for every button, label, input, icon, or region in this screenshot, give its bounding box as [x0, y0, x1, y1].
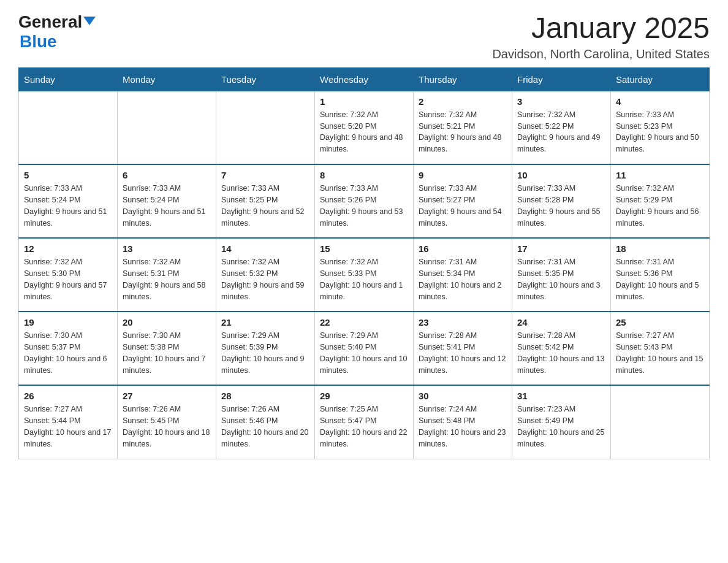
col-header-friday: Friday: [512, 67, 611, 91]
day-number: 18: [616, 243, 704, 254]
logo-triangle-icon: [83, 17, 96, 25]
day-number: 7: [221, 170, 309, 180]
day-info: Sunrise: 7:32 AMSunset: 5:29 PMDaylight:…: [616, 183, 704, 229]
day-number: 16: [419, 243, 507, 254]
col-header-tuesday: Tuesday: [216, 67, 315, 91]
day-number: 21: [221, 317, 309, 327]
day-info: Sunrise: 7:32 AMSunset: 5:30 PMDaylight:…: [24, 256, 112, 302]
calendar-cell: 17Sunrise: 7:31 AMSunset: 5:35 PMDayligh…: [512, 238, 611, 312]
day-info: Sunrise: 7:33 AMSunset: 5:24 PMDaylight:…: [123, 183, 211, 229]
day-info: Sunrise: 7:28 AMSunset: 5:42 PMDaylight:…: [517, 330, 605, 376]
day-info: Sunrise: 7:25 AMSunset: 5:47 PMDaylight:…: [320, 404, 408, 450]
calendar-cell: [118, 91, 216, 164]
day-number: 10: [517, 170, 605, 180]
day-number: 3: [517, 96, 605, 107]
calendar-cell: 25Sunrise: 7:27 AMSunset: 5:43 PMDayligh…: [611, 312, 710, 385]
calendar-cell: 29Sunrise: 7:25 AMSunset: 5:47 PMDayligh…: [315, 385, 414, 459]
calendar-cell: 13Sunrise: 7:32 AMSunset: 5:31 PMDayligh…: [118, 238, 216, 312]
calendar-week-row: 12Sunrise: 7:32 AMSunset: 5:30 PMDayligh…: [19, 238, 710, 312]
day-info: Sunrise: 7:32 AMSunset: 5:22 PMDaylight:…: [517, 109, 605, 155]
col-header-monday: Monday: [118, 67, 216, 91]
day-number: 29: [320, 391, 408, 401]
day-number: 5: [24, 170, 112, 180]
day-info: Sunrise: 7:26 AMSunset: 5:46 PMDaylight:…: [221, 404, 309, 450]
calendar-cell: 31Sunrise: 7:23 AMSunset: 5:49 PMDayligh…: [512, 385, 611, 459]
logo-general: General: [18, 12, 82, 32]
day-info: Sunrise: 7:27 AMSunset: 5:44 PMDaylight:…: [24, 404, 112, 450]
calendar-cell: 15Sunrise: 7:32 AMSunset: 5:33 PMDayligh…: [315, 238, 414, 312]
day-info: Sunrise: 7:33 AMSunset: 5:23 PMDaylight:…: [616, 109, 704, 155]
day-info: Sunrise: 7:32 AMSunset: 5:31 PMDaylight:…: [123, 256, 211, 302]
calendar-cell: 5Sunrise: 7:33 AMSunset: 5:24 PMDaylight…: [19, 164, 118, 238]
calendar-cell: 21Sunrise: 7:29 AMSunset: 5:39 PMDayligh…: [216, 312, 315, 385]
day-number: 27: [123, 391, 211, 401]
day-number: 28: [221, 391, 309, 401]
calendar-week-row: 26Sunrise: 7:27 AMSunset: 5:44 PMDayligh…: [19, 385, 710, 459]
day-number: 4: [616, 96, 704, 107]
calendar-cell: 3Sunrise: 7:32 AMSunset: 5:22 PMDaylight…: [512, 91, 611, 164]
day-number: 12: [24, 243, 112, 254]
day-info: Sunrise: 7:29 AMSunset: 5:39 PMDaylight:…: [221, 330, 309, 376]
day-number: 31: [517, 391, 605, 401]
calendar-cell: 1Sunrise: 7:32 AMSunset: 5:20 PMDaylight…: [315, 91, 414, 164]
day-info: Sunrise: 7:31 AMSunset: 5:35 PMDaylight:…: [517, 256, 605, 302]
day-number: 9: [419, 170, 507, 180]
calendar-cell: 30Sunrise: 7:24 AMSunset: 5:48 PMDayligh…: [414, 385, 512, 459]
day-info: Sunrise: 7:32 AMSunset: 5:32 PMDaylight:…: [221, 256, 309, 302]
location-title: Davidson, North Carolina, United States: [492, 47, 710, 61]
calendar-week-row: 1Sunrise: 7:32 AMSunset: 5:20 PMDaylight…: [19, 91, 710, 164]
day-info: Sunrise: 7:33 AMSunset: 5:28 PMDaylight:…: [517, 183, 605, 229]
day-info: Sunrise: 7:32 AMSunset: 5:20 PMDaylight:…: [320, 109, 408, 155]
col-header-sunday: Sunday: [19, 67, 118, 91]
logo-blue: Blue: [20, 32, 57, 52]
day-info: Sunrise: 7:28 AMSunset: 5:41 PMDaylight:…: [419, 330, 507, 376]
logo: General Blue: [18, 12, 96, 52]
calendar-cell: 27Sunrise: 7:26 AMSunset: 5:45 PMDayligh…: [118, 385, 216, 459]
day-info: Sunrise: 7:26 AMSunset: 5:45 PMDaylight:…: [123, 404, 211, 450]
day-number: 15: [320, 243, 408, 254]
calendar-cell: 7Sunrise: 7:33 AMSunset: 5:25 PMDaylight…: [216, 164, 315, 238]
calendar-cell: 20Sunrise: 7:30 AMSunset: 5:38 PMDayligh…: [118, 312, 216, 385]
calendar-cell: 12Sunrise: 7:32 AMSunset: 5:30 PMDayligh…: [19, 238, 118, 312]
calendar-cell: 16Sunrise: 7:31 AMSunset: 5:34 PMDayligh…: [414, 238, 512, 312]
day-number: 23: [419, 317, 507, 327]
day-info: Sunrise: 7:33 AMSunset: 5:24 PMDaylight:…: [24, 183, 112, 229]
day-number: 20: [123, 317, 211, 327]
day-number: 13: [123, 243, 211, 254]
calendar-cell: 4Sunrise: 7:33 AMSunset: 5:23 PMDaylight…: [611, 91, 710, 164]
calendar-header-row: SundayMondayTuesdayWednesdayThursdayFrid…: [19, 67, 710, 91]
month-title: January 2025: [492, 12, 710, 45]
calendar-table: SundayMondayTuesdayWednesdayThursdayFrid…: [18, 67, 710, 459]
calendar-cell: 18Sunrise: 7:31 AMSunset: 5:36 PMDayligh…: [611, 238, 710, 312]
day-number: 14: [221, 243, 309, 254]
day-info: Sunrise: 7:33 AMSunset: 5:25 PMDaylight:…: [221, 183, 309, 229]
calendar-cell: 19Sunrise: 7:30 AMSunset: 5:37 PMDayligh…: [19, 312, 118, 385]
calendar-cell: 23Sunrise: 7:28 AMSunset: 5:41 PMDayligh…: [414, 312, 512, 385]
calendar-cell: 24Sunrise: 7:28 AMSunset: 5:42 PMDayligh…: [512, 312, 611, 385]
calendar-cell: 10Sunrise: 7:33 AMSunset: 5:28 PMDayligh…: [512, 164, 611, 238]
col-header-wednesday: Wednesday: [315, 67, 414, 91]
day-info: Sunrise: 7:27 AMSunset: 5:43 PMDaylight:…: [616, 330, 704, 376]
day-info: Sunrise: 7:30 AMSunset: 5:37 PMDaylight:…: [24, 330, 112, 376]
title-section: January 2025 Davidson, North Carolina, U…: [492, 12, 710, 61]
day-number: 19: [24, 317, 112, 327]
day-info: Sunrise: 7:32 AMSunset: 5:21 PMDaylight:…: [419, 109, 507, 155]
calendar-cell: 26Sunrise: 7:27 AMSunset: 5:44 PMDayligh…: [19, 385, 118, 459]
day-number: 22: [320, 317, 408, 327]
day-info: Sunrise: 7:33 AMSunset: 5:27 PMDaylight:…: [419, 183, 507, 229]
calendar-cell: [611, 385, 710, 459]
day-number: 11: [616, 170, 704, 180]
calendar-cell: 11Sunrise: 7:32 AMSunset: 5:29 PMDayligh…: [611, 164, 710, 238]
day-number: 24: [517, 317, 605, 327]
calendar-cell: 2Sunrise: 7:32 AMSunset: 5:21 PMDaylight…: [414, 91, 512, 164]
calendar-cell: 8Sunrise: 7:33 AMSunset: 5:26 PMDaylight…: [315, 164, 414, 238]
calendar-cell: [19, 91, 118, 164]
day-number: 2: [419, 96, 507, 107]
calendar-week-row: 5Sunrise: 7:33 AMSunset: 5:24 PMDaylight…: [19, 164, 710, 238]
day-info: Sunrise: 7:24 AMSunset: 5:48 PMDaylight:…: [419, 404, 507, 450]
calendar-cell: [216, 91, 315, 164]
page-header: General Blue January 2025 Davidson, Nort…: [18, 12, 710, 61]
day-number: 1: [320, 96, 408, 107]
calendar-cell: 9Sunrise: 7:33 AMSunset: 5:27 PMDaylight…: [414, 164, 512, 238]
day-info: Sunrise: 7:29 AMSunset: 5:40 PMDaylight:…: [320, 330, 408, 376]
